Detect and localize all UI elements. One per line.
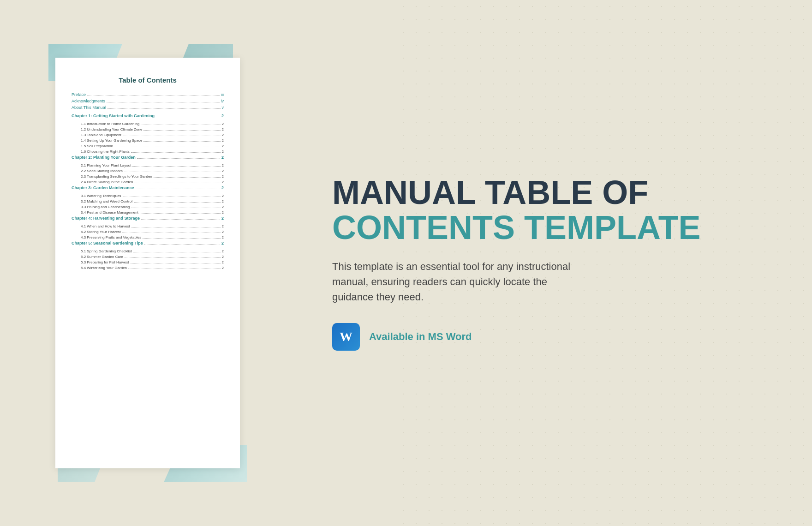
section-entry: 1.6 Choosing the Right Plants 2: [72, 149, 224, 154]
section-entry: 4.2 Storing Your Harvest 2: [72, 230, 224, 234]
document-wrapper: Table of Contents Preface iii Acknowledg…: [48, 44, 247, 482]
chapter-entry: Chapter 1: Getting Started with Gardenin…: [72, 114, 224, 118]
document-page: Table of Contents Preface iii Acknowledg…: [55, 58, 240, 468]
right-section: MANUAL TABLE OF CONTENTS TEMPLATE This t…: [295, 0, 812, 526]
section-entry: 1.1 Introduction to Home Gardening 2: [72, 122, 224, 126]
section-entry: 5.2 Summer Garden Care 2: [72, 255, 224, 259]
section-entry: 3.1 Watering Techniques 2: [72, 194, 224, 198]
section-entry: 2.3 Transplanting Seedlings to Your Gard…: [72, 174, 224, 179]
title-line1: MANUAL TABLE OF: [332, 175, 775, 210]
section-entry: 2.2 Seed Starting Indoors 2: [72, 169, 224, 173]
chapter-entry: Chapter 5: Seasonal Gardening Tips 2: [72, 241, 224, 245]
section-entry: 3.3 Pruning and Deadheading 2: [72, 205, 224, 209]
document-preview-section: Table of Contents Preface iii Acknowledg…: [0, 0, 295, 526]
section-entry: 5.3 Preparing for Fall Harvest 2: [72, 260, 224, 264]
section-entry: 2.1 Planning Your Plant Layout 2: [72, 163, 224, 167]
front-matter-entry: Acknowledgments iv: [72, 99, 224, 103]
section-entry: 1.5 Soil Preparation 2: [72, 144, 224, 148]
section-entry: 4.1 When and How to Harvest 2: [72, 224, 224, 228]
availability-text: Available in MS Word: [369, 331, 472, 343]
section-entry: 3.4 Pest and Disease Management 2: [72, 210, 224, 215]
section-entry: 1.3 Tools and Equipment 2: [72, 133, 224, 137]
chapter-entry: Chapter 3: Garden Maintenance 2: [72, 185, 224, 190]
chapters-container: Chapter 1: Getting Started with Gardenin…: [72, 114, 224, 270]
section-entry: 4.3 Preserving Fruits and Vegetables 2: [72, 235, 224, 239]
chapter-entry: Chapter 4: Harvesting and Storage 2: [72, 216, 224, 221]
section-entry: 5.4 Winterizing Your Garden 2: [72, 266, 224, 270]
section-entry: 2.4 Direct Sowing in the Garden 2: [72, 180, 224, 184]
chapter-entry: Chapter 2: Planting Your Garden 2: [72, 155, 224, 160]
section-entry: 5.1 Spring Gardening Checklist 2: [72, 249, 224, 253]
title-line2: CONTENTS TEMPLATE: [332, 210, 775, 245]
section-entry: 1.2 Understanding Your Climate Zone 2: [72, 127, 224, 132]
front-matter: Preface iii Acknowledgments iv About Thi…: [72, 92, 224, 110]
front-matter-entry: About This Manual v: [72, 105, 224, 110]
description-text: This template is an essential tool for a…: [332, 259, 586, 305]
availability-label: Available in: [369, 331, 428, 342]
front-matter-entry: Preface iii: [72, 92, 224, 97]
word-icon-letter: W: [340, 329, 352, 344]
document-title: Table of Contents: [72, 76, 224, 84]
section-entry: 3.2 Mulching and Weed Control 2: [72, 199, 224, 203]
ms-word-icon: W: [332, 323, 360, 351]
main-title: MANUAL TABLE OF CONTENTS TEMPLATE: [332, 175, 775, 245]
availability-product: MS Word: [428, 331, 472, 342]
availability-row: W Available in MS Word: [332, 323, 775, 351]
section-entry: 1.4 Setting Up Your Gardening Space 2: [72, 138, 224, 143]
